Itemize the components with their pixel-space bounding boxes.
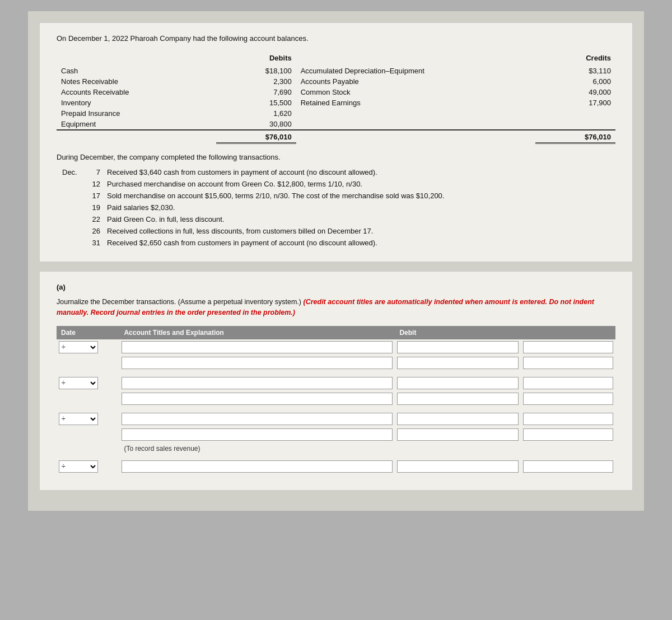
debit-input[interactable]: [397, 428, 519, 441]
journal-account-cell[interactable]: [119, 355, 395, 371]
journal-credit-cell[interactable]: [521, 459, 615, 474]
account-input[interactable]: [122, 393, 393, 405]
debit-input[interactable]: [397, 341, 519, 353]
debit-account-name: Prepaid Insurance: [57, 108, 216, 119]
account-input[interactable]: [122, 341, 393, 353]
journal-row: ÷: [57, 375, 615, 391]
debit-account-name: Cash: [57, 66, 216, 76]
trans-desc: Received $2,650 cash from customers in p…: [107, 239, 615, 247]
date-select[interactable]: ÷: [59, 413, 98, 425]
account-input[interactable]: [122, 377, 393, 389]
trans-desc: Paid salaries $2,030.: [107, 203, 615, 212]
journal-credit-cell[interactable]: [521, 375, 615, 391]
journal-note: (To record sales revenue): [119, 442, 615, 454]
journal-debit-cell[interactable]: [395, 427, 521, 442]
transaction-item: 19 Paid salaries $2,030.: [62, 203, 615, 212]
journal-date-empty: [57, 442, 119, 454]
col-credit: [521, 326, 615, 339]
debit-account-value: 1,620: [216, 108, 296, 119]
credit-input[interactable]: [523, 341, 613, 353]
journal-credit-cell[interactable]: [521, 391, 615, 407]
note-text: (To record sales revenue): [122, 443, 202, 454]
credit-total-label: [296, 130, 536, 143]
journal-debit-cell[interactable]: [395, 391, 521, 407]
journal-date-cell[interactable]: ÷: [57, 375, 119, 391]
group-separator: [57, 371, 615, 375]
journal-date-cell[interactable]: ÷: [57, 411, 119, 427]
part-a-label: (a): [57, 283, 615, 291]
journal-row: [57, 427, 615, 442]
credit-input[interactable]: [523, 460, 613, 473]
part-a-card: (a) Journalize the December transactions…: [39, 271, 633, 491]
debit-input[interactable]: [397, 460, 519, 473]
journal-debit-cell[interactable]: [395, 459, 521, 474]
debit-account-value: 15,500: [216, 97, 296, 108]
trans-day: 7: [85, 168, 100, 176]
transaction-item: 26 Received collections in full, less di…: [62, 227, 615, 235]
trans-desc: Sold merchandise on account $15,600, ter…: [107, 192, 615, 200]
transaction-list: Dec. 7 Received $3,640 cash from custome…: [62, 168, 615, 247]
transaction-item: 31 Received $2,650 cash from customers i…: [62, 239, 615, 247]
journal-row: [57, 391, 615, 407]
trans-desc: Paid Green Co. in full, less discount.: [107, 215, 615, 223]
trans-desc: Received $3,640 cash from customers in p…: [107, 168, 615, 176]
journal-debit-cell[interactable]: [395, 411, 521, 427]
journal-date-empty: [57, 427, 119, 442]
trans-day: 17: [85, 192, 100, 200]
debit-input[interactable]: [397, 357, 519, 369]
credit-account-value: $3,110: [535, 66, 615, 76]
journal-credit-cell[interactable]: [521, 427, 615, 442]
date-select[interactable]: ÷: [59, 460, 98, 473]
journal-row: ÷: [57, 411, 615, 427]
journal-account-cell[interactable]: [119, 391, 395, 407]
journal-date-cell[interactable]: ÷: [57, 339, 119, 355]
credit-input[interactable]: [523, 377, 613, 389]
journal-date-empty: [57, 355, 119, 371]
credit-account-name: [296, 108, 536, 119]
trans-day: 26: [85, 227, 100, 235]
transaction-item: 22 Paid Green Co. in full, less discount…: [62, 215, 615, 223]
credit-account-name: Accumulated Depreciation–Equipment: [296, 66, 536, 76]
col-debit: Debit: [395, 326, 521, 339]
credit-account-value: [535, 108, 615, 119]
trans-day: 31: [85, 239, 100, 247]
debit-input[interactable]: [397, 377, 519, 389]
journal-debit-cell[interactable]: [395, 355, 521, 371]
group-separator: [57, 407, 615, 411]
credit-account-value: 17,900: [535, 97, 615, 108]
journal-debit-cell[interactable]: [395, 339, 521, 355]
account-input[interactable]: [122, 413, 393, 425]
journal-row: ÷: [57, 459, 615, 474]
journal-credit-cell[interactable]: [521, 411, 615, 427]
journal-account-cell[interactable]: [119, 411, 395, 427]
journal-debit-cell[interactable]: [395, 375, 521, 391]
account-input[interactable]: [122, 428, 393, 441]
group-separator: [57, 454, 615, 459]
journal-account-cell[interactable]: [119, 427, 395, 442]
date-select[interactable]: ÷: [59, 377, 98, 389]
debit-total-value: $76,010: [216, 130, 296, 143]
account-input[interactable]: [122, 357, 393, 369]
debit-input[interactable]: [397, 413, 519, 425]
journal-account-cell[interactable]: [119, 375, 395, 391]
journal-table: Date Account Titles and Explanation Debi…: [57, 326, 615, 479]
debits-header: Debits: [216, 53, 296, 66]
journal-credit-cell[interactable]: [521, 355, 615, 371]
debit-account-name: Equipment: [57, 119, 216, 130]
journal-account-cell[interactable]: [119, 339, 395, 355]
credit-input[interactable]: [523, 428, 613, 441]
account-input[interactable]: [122, 460, 393, 473]
credit-input[interactable]: [523, 393, 613, 405]
debit-input[interactable]: [397, 393, 519, 405]
trans-day: 12: [85, 180, 100, 188]
journal-date-cell[interactable]: ÷: [57, 459, 119, 474]
credit-input[interactable]: [523, 357, 613, 369]
empty-header2: [296, 53, 536, 66]
date-select[interactable]: ÷: [59, 341, 98, 353]
debit-total-label: [57, 130, 216, 143]
journal-account-cell[interactable]: [119, 459, 395, 474]
credit-input[interactable]: [523, 413, 613, 425]
debit-account-value: 7,690: [216, 87, 296, 97]
balance-table: Debits Credits Cash $18,100 Accumulated …: [57, 53, 615, 144]
journal-credit-cell[interactable]: [521, 339, 615, 355]
